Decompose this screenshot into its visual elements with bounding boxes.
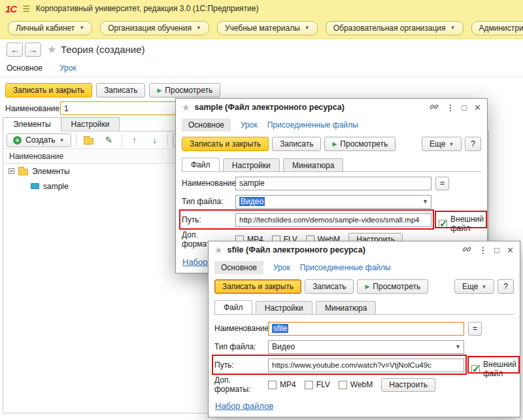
checkbox-label: Внешний файл <box>483 360 520 378</box>
checkbox-icon[interactable] <box>305 381 313 389</box>
tab-thumbnail[interactable]: Миниатюра <box>283 158 343 172</box>
app-window: 1С ☰ Корпоративный университет, редакция… <box>0 0 523 420</box>
external-file-checkbox[interactable]: Внешний файл <box>471 360 520 378</box>
menu-training-organization[interactable]: Организация обучения ▼ <box>100 21 209 35</box>
maximize-icon[interactable]: □ <box>462 103 467 112</box>
path-input[interactable]: https://www.youtube.com/watch?v=VtjNolCu… <box>268 359 464 372</box>
file-set-link[interactable]: Набор файлов <box>215 401 273 411</box>
dialog-title: sample (Файл электронного ресурса) <box>195 103 345 112</box>
create-group-button[interactable] <box>81 133 97 147</box>
more-menu-icon[interactable]: ⋮ <box>479 246 487 254</box>
tab-file[interactable]: Файл <box>182 158 220 172</box>
name-input[interactable]: sfile <box>268 322 464 336</box>
more-button[interactable]: Еще ▼ <box>422 137 462 151</box>
close-icon[interactable]: ✕ <box>507 246 514 254</box>
format-webm-checkbox[interactable]: WebM <box>339 380 373 389</box>
tab-main[interactable]: Основное <box>182 118 231 131</box>
favorite-star-icon[interactable]: ★ <box>214 245 223 255</box>
get-link-icon[interactable] <box>430 102 439 113</box>
path-field-row: Путь: http://techslides.com/demos/sample… <box>182 213 481 227</box>
checkbox-icon[interactable] <box>339 381 347 389</box>
collapse-icon[interactable] <box>8 168 14 174</box>
move-down-button[interactable]: ↓ <box>147 133 163 147</box>
path-label: Путь: <box>214 360 268 370</box>
tab-lesson[interactable]: Урок <box>273 263 290 272</box>
path-value: http://techslides.com/demos/sample-video… <box>239 216 419 224</box>
tab-lesson[interactable]: Урок <box>241 120 258 130</box>
help-button[interactable]: ? <box>498 279 514 294</box>
favorite-star-icon[interactable]: ★ <box>47 43 56 56</box>
tab-attached-files[interactable]: Присоединенные файлы <box>300 263 391 272</box>
more-button[interactable]: Еще ▼ <box>454 279 494 294</box>
tab-main[interactable]: Основное <box>7 63 42 73</box>
menu-personal-cabinet[interactable]: Личный кабинет ▼ <box>8 21 92 35</box>
chevron-down-icon: ▼ <box>448 141 454 147</box>
tab-file-settings[interactable]: Настройки <box>256 301 312 315</box>
close-icon[interactable]: ✕ <box>474 103 481 112</box>
preview-button[interactable]: ▶ Просмотреть <box>324 137 396 151</box>
name-value: sample <box>239 179 265 188</box>
configure-button[interactable]: Настроить <box>381 378 435 392</box>
menu-label: Учебные материалы <box>225 24 300 33</box>
get-link-icon[interactable] <box>462 245 471 255</box>
formats-label: Доп. форматы: <box>214 376 268 394</box>
video-file-icon <box>31 183 39 189</box>
preview-button[interactable]: ▶ Просмотреть <box>357 279 428 294</box>
save-close-button[interactable]: Записать и закрыть <box>214 279 301 294</box>
main-menu-icon[interactable]: ☰ <box>22 4 30 14</box>
save-close-button[interactable]: Записать и закрыть <box>5 83 92 97</box>
move-up-button[interactable]: ↑ <box>127 133 143 147</box>
external-file-checkbox[interactable]: Внешний файл <box>439 215 487 233</box>
tab-file-settings[interactable]: Настройки <box>223 158 280 172</box>
path-input[interactable]: http://techslides.com/demos/sample-video… <box>235 213 431 227</box>
preview-button[interactable]: ▶ Просмотреть <box>149 83 220 97</box>
tab-lesson[interactable]: Урок <box>59 63 76 73</box>
plus-icon <box>13 136 22 145</box>
file-type-select[interactable]: Видео ▼ <box>268 340 464 354</box>
button-label: Записать и закрыть <box>13 86 84 95</box>
equals-button[interactable]: = <box>468 322 482 336</box>
button-label: Записать и закрыть <box>222 282 294 291</box>
tab-main[interactable]: Основное <box>214 261 263 274</box>
maximize-icon[interactable]: □ <box>494 246 499 254</box>
help-button[interactable]: ? <box>465 137 481 151</box>
button-label: Просмотреть <box>165 86 212 95</box>
tab-attached-files[interactable]: Присоединенные файлы <box>267 120 358 130</box>
tab-settings[interactable]: Настройки <box>61 117 120 131</box>
tab-thumbnail[interactable]: Миниатюра <box>316 301 376 315</box>
format-mp4-checkbox[interactable]: MP4 <box>268 380 296 389</box>
app-title: Корпоративный университет, редакция 3.0 … <box>36 4 259 13</box>
button-label: Создать <box>25 135 56 145</box>
save-close-button[interactable]: Записать и закрыть <box>182 137 269 151</box>
checkbox-icon[interactable] <box>268 381 277 389</box>
play-icon: ▶ <box>365 283 369 290</box>
save-button[interactable]: Записать <box>96 83 145 97</box>
button-label: Записать <box>104 86 137 95</box>
save-button[interactable]: Записать <box>272 137 321 151</box>
checkbox-checked-icon[interactable] <box>439 220 447 228</box>
more-menu-icon[interactable]: ⋮ <box>446 103 454 112</box>
edit-button[interactable]: ✎ <box>101 133 117 147</box>
menu-administration[interactable]: Администрирование ▼ <box>471 21 523 35</box>
tab-elements[interactable]: Элементы <box>3 117 61 131</box>
favorite-star-icon[interactable]: ★ <box>182 102 190 113</box>
format-flv-checkbox[interactable]: FLV <box>305 380 330 389</box>
save-button[interactable]: Записать <box>305 279 354 294</box>
titlebar: 1С ☰ Корпоративный университет, редакция… <box>0 0 523 17</box>
file-type-select[interactable]: Видео ▼ <box>235 195 431 209</box>
button-label: Записать и закрыть <box>190 139 261 149</box>
tab-file[interactable]: Файл <box>214 300 252 315</box>
menu-educational-organization[interactable]: Образовательная организация ▼ <box>326 21 464 35</box>
checkbox-checked-icon[interactable] <box>471 365 480 374</box>
menu-study-materials[interactable]: Учебные материалы ▼ <box>217 21 318 35</box>
name-input[interactable]: sample <box>235 177 431 190</box>
chevron-down-icon[interactable]: ▼ <box>455 343 461 350</box>
equals-button[interactable]: = <box>435 177 449 190</box>
path-value: https://www.youtube.com/watch?v=VtjNolCu… <box>272 361 431 369</box>
name-field-row: Наименование: sfile = <box>214 321 514 336</box>
chevron-down-icon[interactable]: ▼ <box>422 198 428 205</box>
create-button[interactable]: Создать ▼ <box>7 133 71 147</box>
forward-button[interactable]: → <box>25 43 41 57</box>
back-button[interactable]: ← <box>7 43 23 57</box>
dialog-command-bar: Записать и закрыть Записать ▶ Просмотрет… <box>182 137 481 151</box>
